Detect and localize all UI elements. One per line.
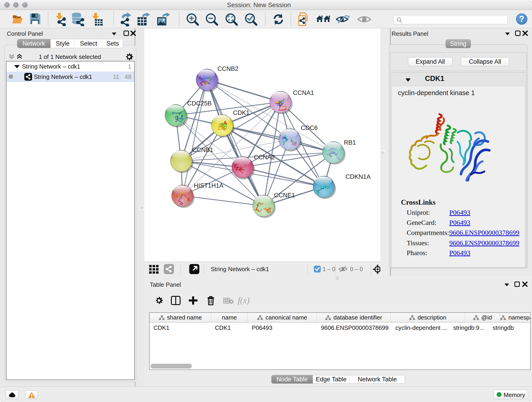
svg-text:CCNB1: CCNB1	[192, 147, 213, 153]
svg-text:CCNA2: CCNA2	[254, 154, 275, 161]
svg-text:CCNA1: CCNA1	[293, 89, 314, 96]
svg-text:RB1: RB1	[344, 139, 356, 146]
svg-text:CCNE1: CCNE1	[274, 192, 295, 199]
svg-text:CDKN1A: CDKN1A	[346, 173, 371, 180]
svg-text:CCNB2: CCNB2	[217, 65, 239, 72]
svg-text:HIST1H1A: HIST1H1A	[194, 182, 223, 189]
svg-text:CDK1: CDK1	[233, 109, 249, 116]
svg-text:CDC25B: CDC25B	[187, 100, 212, 107]
svg-text:CDC6: CDC6	[301, 124, 318, 131]
